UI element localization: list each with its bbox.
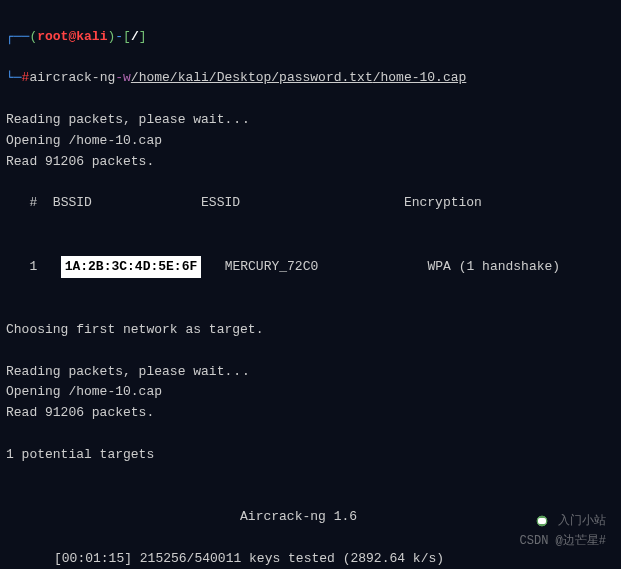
- read-packets-2: Read 91206 packets.: [6, 405, 154, 420]
- capfile-path: /home-10.cap: [373, 68, 467, 89]
- opening-line-1: Opening /home-10.cap: [6, 133, 162, 148]
- progress-line: [00:01:15] 215256/540011 keys tested (28…: [6, 551, 444, 566]
- command-flag: -w: [115, 68, 131, 89]
- command-name: aircrack-ng: [29, 68, 115, 89]
- opening-line-2: Opening /home-10.cap: [6, 384, 162, 399]
- prompt-line-1: ┌──(root@kali)-[/]: [6, 27, 615, 48]
- command-line[interactable]: └─# aircrack-ng -w /home/kali/Desktop/pa…: [6, 68, 615, 89]
- user-host: root@kali: [37, 27, 107, 48]
- table-header: # BSSID ESSID Encryption: [6, 193, 615, 214]
- wordlist-path: /home/kali/Desktop/password.txt: [131, 68, 373, 89]
- read-packets-1: Read 91206 packets.: [6, 154, 154, 169]
- reading-line-2: Reading packets, please wait...: [6, 364, 251, 379]
- choosing-target: Choosing first network as target.: [6, 322, 263, 337]
- reading-line-1: Reading packets, please wait...: [6, 112, 251, 127]
- version-line: Aircrack-ng 1.6: [6, 509, 357, 524]
- watermark: 入门小站 CSDN @边芒星#: [520, 512, 606, 551]
- bssid-value: 1A:2B:3C:4D:5E:6F: [61, 256, 202, 279]
- terminal-output: ┌──(root@kali)-[/] └─# aircrack-ng -w /h…: [6, 6, 615, 569]
- watermark-icon: [533, 512, 551, 530]
- prompt-symbol: #: [22, 68, 30, 89]
- table-row: 1 1A:2B:3C:4D:5E:6F MERCURY_72C0 WPA (1 …: [6, 256, 615, 279]
- potential-targets: 1 potential targets: [6, 447, 154, 462]
- cwd: /: [131, 27, 139, 48]
